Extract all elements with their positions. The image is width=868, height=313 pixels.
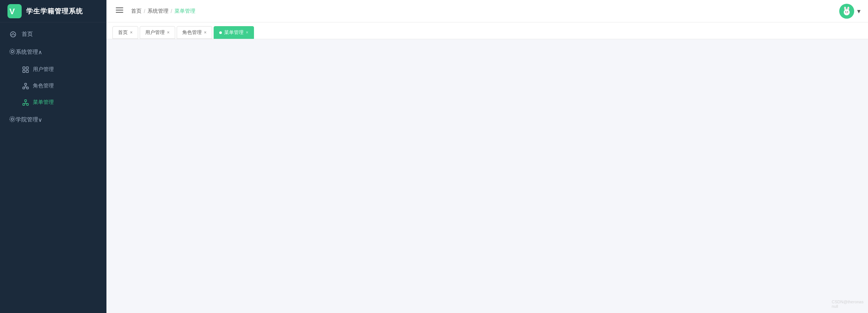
tab-home-label: 首页 [118,29,128,36]
sidebar-item-home-label: 首页 [22,31,33,38]
tab-menu-mgmt[interactable]: 菜单管理 × [214,26,254,39]
svg-point-1 [10,32,16,37]
header: 首页 / 系统管理 / 菜单管理 [106,0,868,22]
breadcrumb-current: 菜单管理 [174,8,195,15]
svg-rect-17 [23,103,25,105]
role-icon [22,83,29,89]
svg-point-33 [847,11,848,12]
tab-home[interactable]: 首页 × [112,26,138,39]
tab-menu-label: 菜单管理 [224,29,244,36]
tab-bar: 首页 × 用户管理 × 角色管理 × 菜单管理 × [106,22,868,39]
chevron-up-icon: ∧ [38,49,42,56]
sidebar-item-role-mgmt[interactable]: 角色管理 [0,78,106,94]
tab-role-mgmt[interactable]: 角色管理 × [177,26,212,39]
svg-rect-18 [27,103,28,105]
sidebar-item-system-label: 系统管理 [16,49,38,56]
college-icon [9,116,16,124]
svg-point-21 [11,118,13,120]
sidebar-nav: 首页 系统管理 ∧ 用户管理 [0,22,106,313]
svg-point-22 [10,117,15,122]
svg-rect-16 [25,100,27,102]
tab-menu-close[interactable]: × [246,30,248,35]
sidebar-item-menu-label: 菜单管理 [33,99,54,106]
tab-user-label: 用户管理 [145,29,165,36]
sidebar-item-role-label: 角色管理 [33,83,54,89]
svg-point-5 [11,50,13,53]
svg-rect-9 [23,70,25,72]
svg-point-6 [10,49,15,54]
svg-rect-10 [26,70,28,72]
system-icon [9,48,16,56]
content-area [106,39,868,313]
tab-user-close[interactable]: × [167,30,170,35]
breadcrumb-home[interactable]: 首页 [131,8,142,15]
avatar-button[interactable] [839,4,854,19]
app-title: 学生学籍管理系统 [26,7,83,16]
svg-point-3 [13,33,14,34]
svg-rect-8 [26,67,28,69]
svg-rect-11 [25,83,27,85]
sidebar-item-user-mgmt[interactable]: 用户管理 [0,61,106,78]
svg-rect-13 [27,87,28,89]
svg-rect-7 [23,67,25,69]
tab-role-label: 角色管理 [182,29,202,36]
svg-point-31 [844,9,850,15]
header-left: 首页 / 系统管理 / 菜单管理 [114,4,195,18]
watermark-line1: CSDN@theronas [832,300,864,304]
sidebar-item-college-label: 学院管理 [16,116,38,123]
sidebar-item-menu-mgmt[interactable]: 菜单管理 [0,94,106,111]
breadcrumb-sep-1: / [144,8,145,14]
palette-icon [9,31,17,38]
sidebar: V 学生学籍管理系统 首页 [0,0,106,313]
tab-active-dot [219,31,222,34]
menu-icon [22,99,29,106]
watermark-line2: null [832,304,864,309]
page-content [106,39,868,313]
tab-user-mgmt[interactable]: 用户管理 × [140,26,175,39]
sidebar-item-home[interactable]: 首页 [0,25,106,43]
sidebar-item-user-label: 用户管理 [33,66,54,73]
menu-toggle-button[interactable] [114,4,125,18]
svg-point-2 [12,34,13,35]
svg-point-34 [846,12,847,13]
svg-point-32 [845,11,846,12]
sidebar-item-system[interactable]: 系统管理 ∧ [0,43,106,61]
main-content: 首页 / 系统管理 / 菜单管理 [106,0,868,313]
chevron-down-icon: ∨ [38,117,42,123]
header-right: ▾ [839,4,861,19]
svg-point-4 [14,34,15,35]
avatar-dropdown-icon[interactable]: ▾ [857,7,861,15]
breadcrumb-sep-2: / [171,8,172,14]
breadcrumb-system[interactable]: 系统管理 [148,8,168,15]
tab-home-close[interactable]: × [130,30,133,35]
svg-rect-12 [23,87,25,89]
watermark: CSDN@theronas null [832,300,864,309]
logo-icon: V [7,4,22,18]
sidebar-item-college[interactable]: 学院管理 ∨ [0,111,106,129]
tab-role-close[interactable]: × [204,30,207,35]
svg-text:V: V [9,7,15,16]
breadcrumb: 首页 / 系统管理 / 菜单管理 [131,8,195,15]
grid-icon [22,66,29,73]
sidebar-logo: V 学生学籍管理系统 [0,0,106,22]
